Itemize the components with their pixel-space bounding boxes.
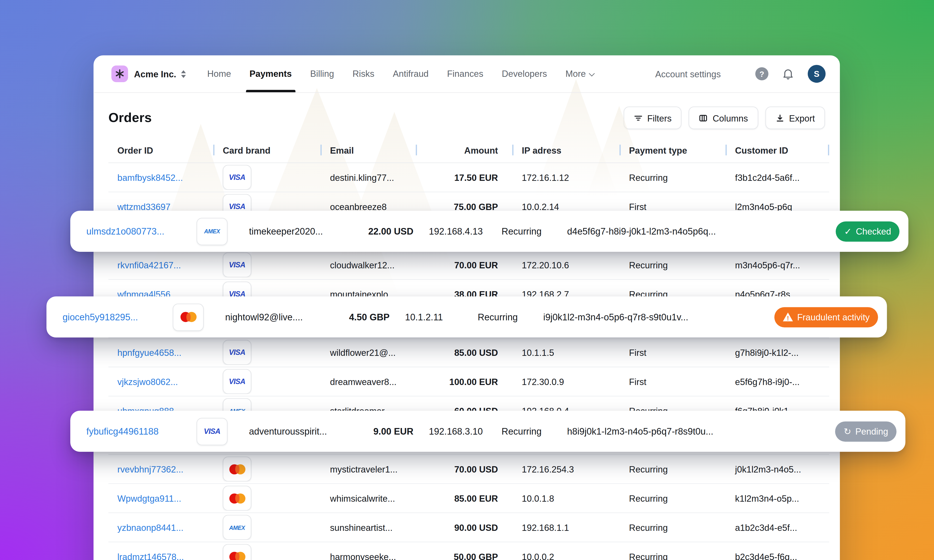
order-id-link[interactable]: gioceh5y918295... xyxy=(63,312,173,322)
cell-ip: 172.16.254.3 xyxy=(512,464,620,474)
mastercard-icon xyxy=(223,457,251,482)
cell-payment-type: First xyxy=(620,202,726,212)
cell-customer-id: h8i9j0k1-l2m3-n4o5-p6q7-r8s9t0u... xyxy=(567,426,827,437)
nav-item-finances[interactable]: Finances xyxy=(447,55,483,92)
order-id-link[interactable]: wttzmd33697 xyxy=(117,202,170,212)
cell-amount: 70.00 USD xyxy=(416,464,512,474)
cell-customer-id: k1l2m3n4-o5p... xyxy=(726,493,829,503)
order-id-link[interactable]: hpnfgyue4658... xyxy=(117,347,181,357)
cell-ip: 10.0.0.2 xyxy=(512,551,620,560)
table-row[interactable]: lradmzt146578...harmonyseeke...50.00 GBP… xyxy=(108,542,829,560)
cell-amount: 75.00 GBP xyxy=(416,202,512,212)
cell-ip: 192.168.1.1 xyxy=(512,522,620,532)
order-id-link[interactable]: lradmzt146578... xyxy=(117,551,184,560)
top-nav: Acme Inc. HomePaymentsBillingRisksAntifr… xyxy=(93,55,840,93)
cell-email: mystictraveler1... xyxy=(321,464,416,474)
org-switcher[interactable]: Acme Inc. xyxy=(134,69,176,79)
cell-ip: 192.168.3.10 xyxy=(429,426,501,437)
table-row[interactable]: bamfbysk8452...VISAdestini.kling77...17.… xyxy=(108,163,829,192)
table-row[interactable]: hpnfgyue4658...VISAwildflower21@...85.00… xyxy=(108,338,829,367)
highlighted-order-card[interactable]: gioceh5y918295...nightowl92@live....4.50… xyxy=(46,297,887,338)
highlighted-order-card[interactable]: ulmsdz1o080773...AMEXtimekeeper2020...22… xyxy=(70,211,908,252)
column-header-customer-id: Customer ID xyxy=(726,145,829,155)
avatar[interactable]: S xyxy=(808,65,826,83)
cell-payment-type: Recurring xyxy=(620,551,726,560)
cell-amount: 85.00 USD xyxy=(416,347,512,357)
cell-payment-type: Recurring xyxy=(620,522,726,532)
export-button[interactable]: Export xyxy=(765,106,825,129)
help-icon[interactable]: ? xyxy=(755,67,768,80)
table-row[interactable]: vjkzsjwo8062...VISAdreamweaver8...100.00… xyxy=(108,367,829,397)
orders-toolbar: Orders Filters Columns Export xyxy=(93,93,840,138)
column-header-card-brand: Card brand xyxy=(213,145,321,155)
cell-ip: 10.0.1.8 xyxy=(512,493,620,503)
org-switcher-chevrons-icon[interactable] xyxy=(181,70,186,78)
nav-item-home[interactable]: Home xyxy=(207,55,231,92)
cell-amount: 4.50 GBP xyxy=(328,312,390,322)
cell-payment-type: Recurring xyxy=(620,493,726,503)
check-icon: ✓ xyxy=(844,227,852,236)
cell-email: wildflower21@... xyxy=(321,347,416,357)
table-row[interactable]: rkvnfi0a42167...VISAcloudwalker12...70.0… xyxy=(108,251,829,280)
status-badge-pending: ↻Pending xyxy=(835,421,896,442)
table-row[interactable]: rvevbhnj77362...mystictraveler1...70.00 … xyxy=(108,455,829,484)
columns-icon xyxy=(699,114,708,123)
cell-payment-type: First xyxy=(620,377,726,387)
visa-icon: VISA xyxy=(223,165,251,190)
cell-email: timekeeper2020... xyxy=(249,226,351,237)
cell-customer-id: f3b1c2d4-5a6f... xyxy=(726,172,829,183)
column-header-order-id: Order ID xyxy=(108,145,213,155)
order-id-link[interactable]: rkvnfi0a42167... xyxy=(117,260,181,270)
nav-item-billing[interactable]: Billing xyxy=(310,55,334,92)
nav-links: HomePaymentsBillingRisksAntifraudFinance… xyxy=(207,55,595,92)
order-id-link[interactable]: Wpwdgtga911... xyxy=(117,493,181,503)
cell-ip: 172.20.10.6 xyxy=(512,260,620,270)
cell-payment-type: Recurring xyxy=(620,172,726,183)
cell-customer-id: e5f6g7h8-i9j0-... xyxy=(726,377,829,387)
order-id-link[interactable]: bamfbysk8452... xyxy=(117,172,183,183)
cell-customer-id: l2m3n4o5-p6q xyxy=(726,202,829,212)
highlighted-order-card[interactable]: fybuficg44961188VISAadventurousspirit...… xyxy=(70,411,905,452)
column-header-ip-adress: IP adress xyxy=(512,145,620,155)
column-header-email: Email xyxy=(321,145,416,155)
visa-icon: VISA xyxy=(223,252,251,277)
order-id-link[interactable]: ulmsdz1o080773... xyxy=(86,226,197,237)
chevron-down-icon xyxy=(589,70,595,75)
cell-email: dreamweaver8... xyxy=(321,377,416,387)
refresh-icon: ↻ xyxy=(844,427,851,436)
order-id-link[interactable]: rvevbhnj77362... xyxy=(117,464,183,474)
mastercard-icon xyxy=(223,544,251,560)
app-window: Acme Inc. HomePaymentsBillingRisksAntifr… xyxy=(93,55,840,560)
download-icon xyxy=(775,114,784,123)
notifications-bell-icon[interactable] xyxy=(781,67,795,80)
nav-item-account-settings[interactable]: Account settings xyxy=(655,69,721,79)
column-header-payment-type: Payment type xyxy=(620,145,726,155)
table-row[interactable]: Wpwdgtga911...whimsicalwrite...85.00 EUR… xyxy=(108,484,829,513)
cell-customer-id: m3n4o5p6-q7r... xyxy=(726,260,829,270)
filters-button[interactable]: Filters xyxy=(623,106,682,129)
acme-logo-icon[interactable] xyxy=(111,65,128,82)
columns-button[interactable]: Columns xyxy=(689,106,758,129)
order-id-link[interactable]: fybuficg44961188 xyxy=(86,426,197,437)
cell-customer-id: a1b2c3d4-e5f... xyxy=(726,522,829,532)
order-id-link[interactable]: vjkzsjwo8062... xyxy=(117,377,178,387)
nav-item-developers[interactable]: Developers xyxy=(502,55,547,92)
cell-payment-type: Recurring xyxy=(501,226,567,237)
order-id-link[interactable]: yzbnaonp8441... xyxy=(117,522,183,532)
nav-item-more[interactable]: More xyxy=(566,55,595,92)
table-row[interactable]: yzbnaonp8441...AMEXsunshineartist...90.0… xyxy=(108,513,829,542)
cell-payment-type: Recurring xyxy=(501,426,567,437)
nav-item-payments[interactable]: Payments xyxy=(250,55,292,92)
nav-item-antifraud[interactable]: Antifraud xyxy=(393,55,428,92)
cell-customer-id: d4e5f6g7-h8i9-j0k1-l2m3-n4o5p6q... xyxy=(567,226,828,237)
cell-ip: 10.0.2.14 xyxy=(512,202,620,212)
cell-ip: 10.1.1.5 xyxy=(512,347,620,357)
visa-icon: VISA xyxy=(223,369,251,394)
status-badge-fraud: !Fraudulent activity xyxy=(774,307,878,327)
column-header-amount: Amount xyxy=(416,145,512,155)
page-title: Orders xyxy=(108,110,152,126)
cell-ip: 192.168.4.13 xyxy=(429,226,501,237)
cell-email: sunshineartist... xyxy=(321,522,416,532)
nav-item-risks[interactable]: Risks xyxy=(353,55,375,92)
cell-amount: 70.00 EUR xyxy=(416,260,512,270)
